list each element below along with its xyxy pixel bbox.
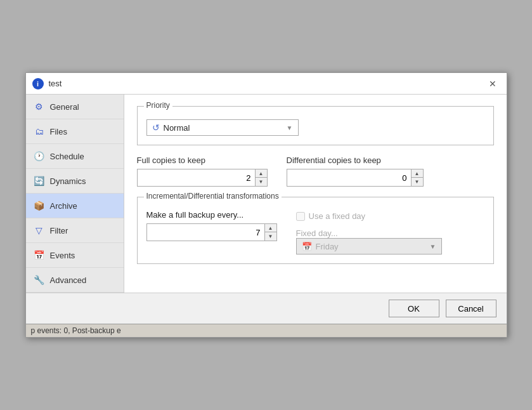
make-full-spin-down[interactable]: ▼ [265, 232, 276, 241]
diff-copies-group: Differential copies to keep ▲ ▼ [287, 155, 424, 187]
make-full-label: Make a full backup every... [146, 210, 277, 220]
close-button[interactable]: ✕ [485, 76, 500, 91]
chevron-down-icon: ▼ [430, 243, 436, 250]
diff-copies-spinbox: ▲ ▼ [287, 169, 424, 187]
full-copies-spin-down[interactable]: ▼ [256, 178, 267, 186]
cancel-button[interactable]: Cancel [446, 300, 496, 317]
sidebar-item-events[interactable]: 📅 Events [26, 243, 124, 268]
app-icon: i [32, 78, 44, 89]
sidebar-label-dynamics: Dynamics [50, 176, 86, 186]
calendar-icon: 📅 [302, 242, 312, 251]
filter-icon: ▽ [34, 225, 45, 236]
sidebar-item-schedule[interactable]: 🕐 Schedule [26, 144, 124, 169]
sidebar-label-archive: Archive [50, 201, 77, 211]
use-fixed-day-checkbox[interactable] [296, 212, 305, 221]
fixed-day-label: Fixed day... [296, 228, 442, 238]
diff-copies-label: Differential copies to keep [287, 155, 424, 165]
dynamics-icon: 🔄 [34, 175, 45, 187]
make-full-spinbox: ▲ ▼ [146, 223, 277, 241]
full-copies-spinbox: ▲ ▼ [137, 169, 268, 187]
make-full-spin-up[interactable]: ▲ [265, 224, 276, 232]
full-copies-input[interactable] [138, 169, 255, 186]
main-content: Priority ↺ Normal ▼ [124, 95, 507, 293]
full-copies-spin-buttons: ▲ ▼ [255, 169, 267, 186]
files-icon: 🗂 [34, 126, 45, 137]
sidebar-item-filter[interactable]: ▽ Filter [26, 218, 124, 243]
dialog-footer: OK Cancel [26, 293, 507, 324]
incremental-body: Make a full backup every... ▲ ▼ [146, 210, 484, 255]
use-fixed-day-label: Use a fixed day [309, 211, 366, 221]
sidebar-label-advanced: Advanced [50, 275, 87, 285]
copies-row: Full copies to keep ▲ ▼ Differential cop… [137, 155, 494, 187]
fixed-day-dropdown[interactable]: 📅 Friday ▼ [296, 238, 442, 255]
diff-copies-spin-down[interactable]: ▼ [412, 178, 423, 186]
sidebar-label-files: Files [50, 127, 67, 136]
sidebar-item-archive[interactable]: 📦 Archive [26, 194, 124, 218]
advanced-icon: 🔧 [34, 274, 45, 286]
sidebar-item-advanced[interactable]: 🔧 Advanced [26, 268, 124, 293]
sidebar-label-filter: Filter [50, 226, 68, 235]
sidebar-label-schedule: Schedule [50, 152, 84, 161]
fixed-day-value: Friday [316, 242, 339, 251]
incremental-section: Incremental/Differential transformations… [137, 197, 494, 264]
archive-icon: 📦 [34, 200, 45, 211]
diff-copies-spin-up[interactable]: ▲ [412, 169, 423, 178]
full-copies-spin-up[interactable]: ▲ [256, 169, 267, 178]
priority-value: Normal [164, 123, 190, 133]
priority-section: Priority ↺ Normal ▼ [137, 106, 494, 145]
title-bar: i test ✕ [26, 73, 507, 95]
full-copies-group: Full copies to keep ▲ ▼ [137, 155, 268, 187]
ok-button[interactable]: OK [389, 300, 439, 317]
status-bar: p events: 0, Post-backup e [26, 324, 507, 337]
schedule-icon: 🕐 [34, 150, 45, 162]
chevron-down-icon: ▼ [287, 124, 293, 131]
diff-copies-spin-buttons: ▲ ▼ [411, 169, 423, 186]
sidebar-item-files[interactable]: 🗂 Files [26, 119, 124, 144]
dialog-title: test [49, 79, 62, 88]
incremental-right: Use a fixed day Fixed day... 📅 Friday ▼ [296, 210, 442, 255]
priority-icon: ↺ [152, 122, 160, 133]
incremental-left: Make a full backup every... ▲ ▼ [146, 210, 277, 255]
sidebar-item-dynamics[interactable]: 🔄 Dynamics [26, 169, 124, 194]
events-icon: 📅 [34, 249, 45, 261]
make-full-spin-buttons: ▲ ▼ [264, 224, 276, 241]
sidebar-label-general: General [50, 102, 79, 112]
sidebar-label-events: Events [50, 251, 75, 260]
full-copies-label: Full copies to keep [137, 155, 268, 165]
incremental-label: Incremental/Differential transformations [144, 192, 282, 201]
priority-select-wrapper: ↺ Normal ▼ [146, 119, 484, 136]
status-text: p events: 0, Post-backup e [31, 326, 121, 335]
priority-label: Priority [144, 101, 172, 110]
use-fixed-day-row: Use a fixed day [296, 211, 442, 221]
diff-copies-input[interactable] [287, 169, 411, 186]
make-full-input[interactable] [147, 224, 264, 241]
sidebar-item-general[interactable]: ⚙ General [26, 95, 124, 119]
sidebar: ⚙ General 🗂 Files 🕐 Schedule 🔄 Dynamics … [26, 95, 124, 293]
priority-dropdown[interactable]: ↺ Normal ▼ [146, 119, 299, 136]
general-icon: ⚙ [34, 101, 45, 112]
fixed-day-wrapper: Fixed day... 📅 Friday ▼ [296, 227, 442, 255]
